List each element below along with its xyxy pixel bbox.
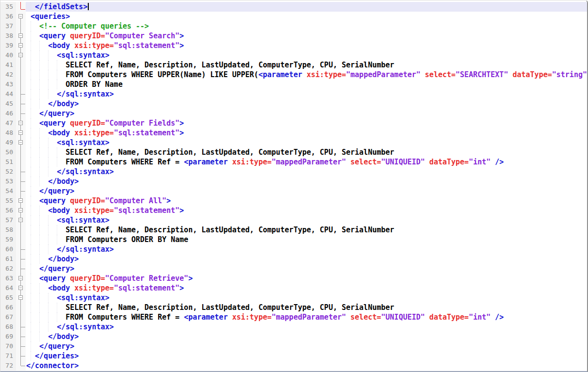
line-number[interactable]: 44	[0, 89, 16, 99]
fold-collapse-icon[interactable]	[18, 286, 23, 290]
fold-collapse-icon[interactable]	[18, 43, 23, 48]
fold-collapse-icon[interactable]	[18, 53, 23, 57]
code-text[interactable]: <body xsi:type="sql:statement">	[26, 128, 587, 138]
line-number[interactable]: 64	[0, 283, 16, 293]
code-token: >	[180, 119, 184, 128]
line-number[interactable]: 35	[0, 2, 16, 12]
code-text[interactable]: FROM Computers ORDER BY Name	[26, 235, 587, 244]
code-text[interactable]: SELECT Ref, Name, Description, LastUpdat…	[26, 303, 587, 312]
indent-guide	[31, 254, 31, 264]
line-number[interactable]: 45	[0, 99, 16, 109]
code-text[interactable]: </fieldSets>	[26, 2, 587, 12]
fold-collapse-icon[interactable]	[18, 14, 23, 18]
line-number[interactable]: 72	[0, 361, 16, 371]
line-number[interactable]: 55	[0, 196, 16, 206]
code-text[interactable]: <body xsi:type="sql:statement">	[26, 206, 587, 215]
code-text[interactable]: <queries>	[26, 12, 587, 21]
code-text[interactable]: </queries>	[26, 351, 587, 361]
code-text[interactable]: <sql:syntax>	[26, 215, 587, 225]
code-text[interactable]: </sql:syntax>	[26, 322, 587, 332]
line-number[interactable]: 62	[0, 264, 16, 274]
line-number[interactable]: 41	[0, 60, 16, 70]
code-text[interactable]: </body>	[26, 254, 587, 264]
indentation	[26, 80, 65, 89]
code-text[interactable]: </query>	[26, 264, 587, 274]
line-number[interactable]: 61	[0, 254, 16, 264]
code-text[interactable]: FROM Computers WHERE Ref = <parameter xs…	[26, 157, 587, 167]
code-text[interactable]: </body>	[26, 332, 587, 341]
line-number[interactable]: 60	[0, 244, 16, 254]
code-text[interactable]: FROM Computers WHERE UPPER(Name) LIKE UP…	[26, 70, 588, 80]
active-fold-tree-line	[20, 2, 21, 9]
line-number[interactable]: 42	[0, 70, 16, 80]
code-token: <sql:syntax>	[57, 216, 109, 225]
code-token: <sql:syntax>	[57, 138, 109, 147]
line-number[interactable]: 66	[0, 303, 16, 312]
code-text[interactable]: <query queryID="Computer Fields">	[26, 118, 587, 128]
line-number[interactable]: 59	[0, 235, 16, 244]
code-text[interactable]: <sql:syntax>	[26, 50, 587, 60]
code-text[interactable]: </body>	[26, 177, 587, 186]
line-number[interactable]: 50	[0, 147, 16, 157]
line-number[interactable]: 48	[0, 128, 16, 138]
code-text[interactable]: <body xsi:type="sql:statement">	[26, 41, 587, 50]
line-number[interactable]: 70	[0, 341, 16, 351]
fold-collapse-icon[interactable]	[18, 208, 23, 212]
code-text[interactable]: </connector>	[26, 361, 587, 371]
code-text[interactable]: <query queryID="Computer All">	[26, 196, 587, 206]
code-text[interactable]: </sql:syntax>	[26, 89, 587, 99]
code-text[interactable]: <query queryID="Computer Search">	[26, 31, 587, 41]
line-number[interactable]: 71	[0, 351, 16, 361]
indent-guide	[31, 215, 31, 225]
line-number[interactable]: 36	[0, 12, 16, 21]
code-text[interactable]: SELECT Ref, Name, Description, LastUpdat…	[26, 60, 587, 70]
line-number[interactable]: 49	[0, 138, 16, 147]
indent-guide	[31, 322, 31, 332]
code-text[interactable]: <sql:syntax>	[26, 293, 587, 303]
code-text[interactable]: </query>	[26, 186, 587, 196]
line-number[interactable]: 43	[0, 80, 16, 89]
line-number[interactable]: 40	[0, 50, 16, 60]
code-text[interactable]: SELECT Ref, Name, Description, LastUpdat…	[26, 147, 587, 157]
code-text[interactable]: <sql:syntax>	[26, 138, 587, 147]
code-text[interactable]: </body>	[26, 99, 587, 109]
line-number[interactable]: 38	[0, 31, 16, 41]
line-number[interactable]: 47	[0, 118, 16, 128]
code-text[interactable]: <!-- Computer queries -->	[26, 21, 587, 31]
line-number[interactable]: 58	[0, 225, 16, 235]
code-text[interactable]: <body xsi:type="sql:statement">	[26, 283, 587, 293]
line-number[interactable]: 37	[0, 21, 16, 31]
fold-collapse-icon[interactable]	[18, 198, 23, 203]
line-number[interactable]: 68	[0, 322, 16, 332]
line-number[interactable]: 67	[0, 312, 16, 322]
fold-collapse-icon[interactable]	[18, 295, 23, 300]
code-text[interactable]: </sql:syntax>	[26, 244, 587, 254]
line-number[interactable]: 53	[0, 177, 16, 186]
line-number[interactable]: 65	[0, 293, 16, 303]
fold-collapse-icon[interactable]	[18, 140, 23, 145]
code-text[interactable]: <query queryID="Computer Retrieve">	[26, 274, 587, 283]
code-text[interactable]: </query>	[26, 109, 587, 118]
line-number[interactable]: 63	[0, 274, 16, 283]
code-token: xsi:type=	[74, 284, 114, 292]
line-number[interactable]: 54	[0, 186, 16, 196]
code-text[interactable]: </query>	[26, 341, 587, 351]
line-number[interactable]: 56	[0, 206, 16, 215]
code-token: </body>	[48, 255, 79, 263]
line-number[interactable]: 57	[0, 215, 16, 225]
line-number[interactable]: 51	[0, 157, 16, 167]
code-text[interactable]: SELECT Ref, Name, Description, LastUpdat…	[26, 225, 587, 235]
code-text[interactable]: ORDER BY Name	[26, 80, 587, 89]
fold-collapse-icon[interactable]	[18, 130, 23, 135]
line-number[interactable]: 52	[0, 167, 16, 177]
code-token: />	[490, 313, 504, 322]
line-number[interactable]: 39	[0, 41, 16, 50]
fold-collapse-icon[interactable]	[18, 276, 23, 280]
line-number[interactable]: 69	[0, 332, 16, 341]
code-text[interactable]: </sql:syntax>	[26, 167, 587, 177]
line-number[interactable]: 46	[0, 109, 16, 118]
fold-collapse-icon[interactable]	[18, 218, 23, 222]
fold-collapse-icon[interactable]	[18, 121, 23, 125]
code-text[interactable]: FROM Computers WHERE Ref = <parameter xs…	[26, 312, 587, 322]
fold-collapse-icon[interactable]	[18, 33, 23, 38]
